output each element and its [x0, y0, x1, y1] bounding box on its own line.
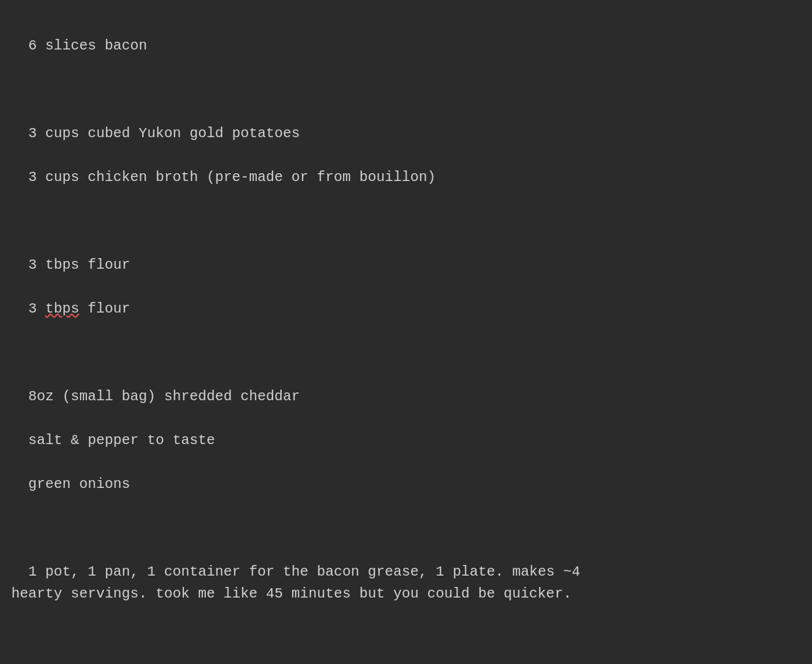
- ingredient-broth: 3 cups chicken broth (pre-made or from b…: [28, 169, 436, 185]
- ingredient-flour-prefix: 3 tbps flour: [28, 301, 130, 317]
- equipment-text: 1 pot, 1 pan, 1 container for the bacon …: [11, 564, 580, 602]
- ingredient-bacon: 6 slices bacon: [28, 37, 147, 54]
- recipe-content: 6 slices bacon 3 cups cubed Yukon gold p…: [11, 13, 798, 664]
- ingredient-cheddar: 8oz (small bag) shredded cheddar: [28, 388, 300, 404]
- ingredient-milk: 3 tbps flour: [28, 257, 130, 273]
- ingredient-potatoes: 3 cups cubed Yukon gold potatoes: [28, 125, 300, 141]
- ingredient-green-onions: green onions: [28, 476, 130, 492]
- ingredient-salt-pepper: salt & pepper to taste: [28, 432, 215, 448]
- tbps-underline: tbps: [45, 301, 79, 317]
